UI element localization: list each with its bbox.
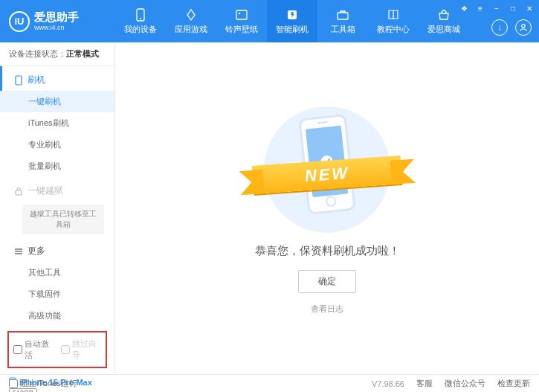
device-status: 设备连接状态：正常模式	[0, 42, 114, 66]
section-more[interactable]: 更多	[0, 237, 114, 262]
sidebar-item-download[interactable]: 下载固件	[0, 283, 114, 305]
brand-url: www.i4.cn	[34, 24, 79, 31]
brand-name: 爱思助手	[34, 11, 79, 24]
top-nav: 我的设备 应用游戏 铃声壁纸 智能刷机 工具箱 教程中心 爱思商城	[115, 0, 469, 42]
nav-apps[interactable]: 应用游戏	[166, 0, 216, 42]
minimize-icon[interactable]: −	[491, 3, 502, 13]
sidebar: 设备连接状态：正常模式 刷机 一键刷机 iTunes刷机 专业刷机 批量刷机 一…	[0, 42, 115, 374]
version-text: V7.98.66	[372, 379, 404, 388]
nav-toolbox[interactable]: 工具箱	[317, 0, 368, 42]
nav-smart-flash[interactable]: 智能刷机	[267, 0, 317, 42]
apps-icon	[184, 8, 199, 22]
section-label: 更多	[28, 245, 45, 257]
sidebar-item-advanced[interactable]: 高级功能	[0, 305, 114, 327]
status-value: 正常模式	[66, 49, 99, 58]
section-label: 一键越狱	[28, 184, 63, 197]
more-icon	[14, 247, 23, 256]
nav-my-device[interactable]: 我的设备	[115, 0, 166, 42]
nav-label: 应用游戏	[175, 24, 207, 35]
main-panel: NEW 恭喜您，保资料刷机成功啦！ 确定 查看日志	[115, 42, 539, 374]
download-icon[interactable]: ↓	[491, 19, 508, 36]
nav-ringtones[interactable]: 铃声壁纸	[216, 0, 267, 42]
options-box: 自动激活 跳过向导	[7, 331, 107, 368]
sidebar-item-itunes[interactable]: iTunes刷机	[0, 112, 114, 134]
sidebar-item-pro[interactable]: 专业刷机	[0, 134, 114, 155]
section-jailbreak: 一键越狱	[0, 177, 114, 202]
menu-icon[interactable]: ❖	[459, 3, 469, 13]
footer-link-wechat[interactable]: 微信公众号	[445, 378, 485, 389]
ok-button[interactable]: 确定	[298, 270, 356, 293]
view-log-link[interactable]: 查看日志	[311, 303, 343, 315]
nav-label: 爱思商城	[427, 24, 460, 35]
nav-label: 教程中心	[377, 24, 410, 35]
checkbox-label: 跳过向导	[72, 338, 101, 361]
svg-rect-7	[16, 76, 22, 85]
svg-rect-5	[338, 13, 348, 19]
logo-area: iU 爱思助手 www.i4.cn	[0, 11, 115, 32]
close-icon[interactable]: ✕	[524, 3, 535, 13]
svg-rect-8	[16, 190, 22, 195]
success-illustration: NEW	[260, 103, 394, 237]
nav-label: 智能刷机	[276, 24, 309, 35]
image-icon	[234, 8, 249, 22]
list-icon[interactable]: ≡	[475, 3, 485, 13]
checkbox-block-itunes[interactable]: 阻止iTunes运行	[9, 378, 77, 389]
phone-icon	[14, 75, 23, 86]
checkbox-auto-activate[interactable]: 自动激活	[13, 338, 54, 361]
logo-icon: iU	[9, 11, 30, 32]
status-label: 设备连接状态：	[9, 49, 66, 58]
window-controls: ❖ ≡ − □ ✕	[459, 3, 535, 13]
lock-icon	[14, 187, 23, 196]
nav-tutorials[interactable]: 教程中心	[368, 0, 419, 42]
svg-point-3	[239, 12, 241, 14]
sidebar-item-batch[interactable]: 批量刷机	[0, 155, 114, 177]
app-header: iU 爱思助手 www.i4.cn 我的设备 应用游戏 铃声壁纸 智能刷机 工具…	[0, 0, 539, 42]
checkbox-skip-guide[interactable]: 跳过向导	[61, 338, 101, 361]
footer-link-update[interactable]: 检查更新	[497, 378, 530, 389]
section-label: 刷机	[28, 74, 45, 86]
maximize-icon[interactable]: □	[508, 3, 518, 13]
device-icon	[133, 8, 148, 22]
flash-icon	[285, 8, 300, 22]
jailbreak-note: 越狱工具已转移至工具箱	[22, 205, 104, 234]
svg-point-6	[522, 25, 525, 28]
toolbox-icon	[335, 8, 350, 22]
nav-label: 工具箱	[331, 24, 355, 35]
checkbox-label: 阻止iTunes运行	[20, 378, 77, 389]
section-flash[interactable]: 刷机	[0, 66, 114, 91]
store-icon	[436, 8, 451, 22]
checkbox-label: 自动激活	[25, 338, 54, 361]
user-icon[interactable]	[515, 19, 532, 36]
book-icon	[386, 8, 401, 22]
sidebar-item-other[interactable]: 其他工具	[0, 262, 114, 283]
nav-label: 我的设备	[124, 24, 157, 35]
user-area: ↓	[491, 19, 532, 36]
svg-point-1	[140, 18, 141, 19]
svg-rect-2	[236, 10, 247, 19]
sidebar-item-oneclick[interactable]: 一键刷机	[0, 91, 114, 112]
nav-label: 铃声壁纸	[225, 24, 258, 35]
success-message: 恭喜您，保资料刷机成功啦！	[255, 244, 400, 258]
footer-link-support[interactable]: 客服	[416, 378, 433, 389]
